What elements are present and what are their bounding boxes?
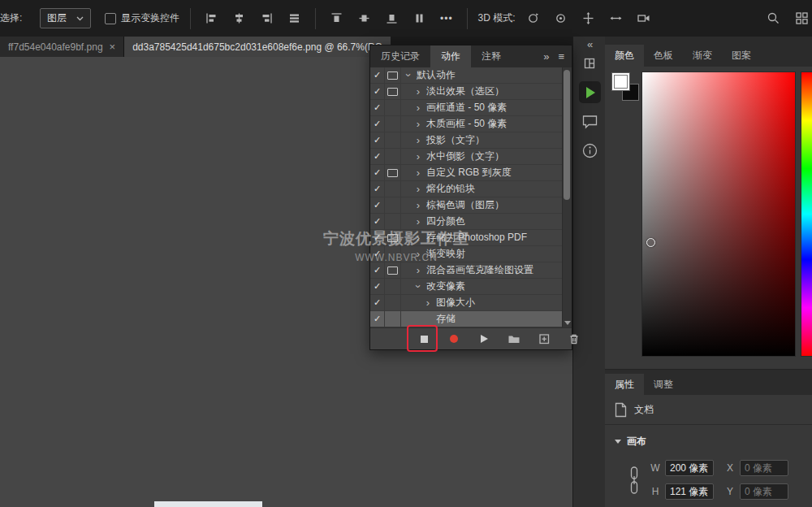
show-transform-option[interactable]: 显示变换控件 [105,11,179,25]
tab-patterns[interactable]: 图案 [722,45,761,67]
dialog-toggle-cell[interactable] [385,246,401,262]
dialog-toggle-cell[interactable] [385,165,401,180]
toggle-item-checkbox[interactable]: ✓ [370,132,385,148]
action-row[interactable]: ✓ › 渐变映射 [370,246,572,262]
dialog-toggle-cell[interactable] [385,84,401,99]
align-left-icon[interactable] [201,8,222,28]
action-row[interactable]: ✓ › 木质画框 - 50 像素 [370,116,572,132]
search-icon[interactable] [763,8,784,28]
action-row[interactable]: ✓ › 投影（文字） [370,132,572,149]
action-row[interactable]: ✓ › 混合器画笔克隆绘图设置 [370,262,572,279]
toggle-item-checkbox[interactable]: ✓ [370,279,385,294]
expander-icon[interactable]: › [404,71,414,80]
toggle-item-checkbox[interactable]: ✓ [370,149,385,164]
expander-icon[interactable]: › [413,102,423,113]
info-panel-button[interactable] [577,139,602,162]
dialog-toggle-cell[interactable] [385,279,401,294]
action-row[interactable]: ✓ › 淡出效果（选区） [370,84,572,100]
action-row[interactable]: ✓ › 默认动作 [370,67,572,84]
saturation-brightness-field[interactable] [641,72,796,357]
dialog-toggle-cell[interactable] [385,116,401,132]
panel-menu-icon[interactable]: ≡ [558,50,564,63]
tab-notes[interactable]: 注释 [471,46,512,67]
foreground-color-swatch[interactable] [611,72,630,91]
dialog-toggle-cell[interactable] [385,311,401,327]
hue-slider[interactable] [801,72,812,357]
expander-icon[interactable]: › [413,200,423,210]
height-input[interactable] [665,483,714,500]
expander-icon[interactable]: › [413,232,423,243]
action-row[interactable]: ✓ › 存储 [370,311,572,327]
action-row[interactable]: ✓ › 四分颜色 [370,214,572,230]
align-middle-icon[interactable] [354,8,374,28]
dialog-toggle-cell[interactable] [385,197,401,213]
align-center-horizontal-icon[interactable] [229,8,249,28]
play-button[interactable] [477,332,490,345]
toggle-item-checkbox[interactable]: ✓ [370,262,385,278]
action-row[interactable]: ✓ › 存储为 Photoshop PDF [370,230,572,246]
dialog-toggle-cell[interactable] [385,214,401,229]
tab-history[interactable]: 历史记录 [370,46,430,67]
slide-3d-icon[interactable] [606,8,626,28]
close-tab-icon[interactable]: × [110,41,116,53]
toggle-item-checkbox[interactable]: ✓ [370,116,385,132]
dialog-toggle-cell[interactable] [385,100,401,115]
align-bars-icon[interactable] [284,8,304,28]
expander-icon[interactable]: › [413,135,423,145]
toggle-item-checkbox[interactable]: ✓ [370,100,385,115]
toggle-item-checkbox[interactable]: ✓ [370,197,385,213]
toggle-item-checkbox[interactable]: ✓ [370,295,385,310]
expander-icon[interactable]: › [413,249,423,259]
tab-swatches[interactable]: 色板 [644,45,683,67]
expander-icon[interactable]: › [423,297,433,308]
canvas-section-header[interactable]: 画布 [615,435,802,448]
dialog-toggle-cell[interactable] [385,230,401,245]
toggle-item-checkbox[interactable]: ✓ [370,67,385,83]
expander-icon[interactable]: › [413,216,423,227]
new-set-button[interactable] [508,332,520,345]
expander-icon[interactable]: › [413,184,423,194]
dialog-toggle-cell[interactable] [385,181,401,197]
dialog-toggle-cell[interactable] [385,262,401,278]
camera-3d-icon[interactable] [633,8,654,28]
action-row[interactable]: ✓ › 水中倒影（文字） [370,149,572,165]
dialog-toggle-cell[interactable] [385,67,401,83]
stop-button[interactable] [417,332,430,345]
show-transform-checkbox[interactable] [105,13,116,24]
tab-properties[interactable]: 属性 [605,374,644,395]
dialog-toggle-cell[interactable] [385,132,401,148]
tab-color[interactable]: 颜色 [605,45,644,67]
expander-icon[interactable]: › [413,265,423,275]
action-row[interactable]: ✓ › 熔化的铅块 [370,181,572,197]
toggle-item-checkbox[interactable]: ✓ [370,165,385,180]
color-picker-handle[interactable] [646,238,655,247]
toggle-item-checkbox[interactable]: ✓ [370,214,385,229]
dialog-toggle-cell[interactable] [385,149,401,164]
action-row[interactable]: ✓ › 棕褐色调（图层） [370,197,572,214]
action-row[interactable]: ✓ › 自定义 RGB 到灰度 [370,165,572,181]
workspace-switcher-icon[interactable] [792,8,812,28]
workspace-icon[interactable] [577,51,602,75]
toggle-item-checkbox[interactable]: ✓ [370,230,385,245]
action-row[interactable]: ✓ › 改变像素 [370,279,572,295]
distribute-vertical-icon[interactable] [409,8,430,28]
link-dimensions-icon[interactable] [629,466,639,495]
new-action-button[interactable] [538,332,551,345]
tab-gradients[interactable]: 渐变 [683,45,722,67]
scrollbar-thumb[interactable] [564,70,570,200]
collapse-panels-icon[interactable]: « [587,38,591,50]
dialog-toggle-cell[interactable] [385,295,401,310]
action-row[interactable]: ✓ › 画框通道 - 50 像素 [370,100,572,116]
actions-scrollbar[interactable] [562,67,572,327]
align-bottom-icon[interactable] [382,8,402,28]
toggle-item-checkbox[interactable]: ✓ [370,246,385,262]
align-right-icon[interactable] [257,8,277,28]
tab-actions[interactable]: 动作 [430,46,471,67]
doc-tab-2[interactable]: dd3a785425d41d675bc2d031e608ef6e.png @ 6… [124,37,391,57]
tab-adjustments[interactable]: 调整 [644,374,683,395]
notes-panel-button[interactable] [577,110,602,133]
roll-3d-icon[interactable] [551,8,571,28]
record-button[interactable] [447,332,460,345]
align-top-icon[interactable] [326,8,347,28]
action-row[interactable]: ✓ › 图像大小 [370,295,572,311]
